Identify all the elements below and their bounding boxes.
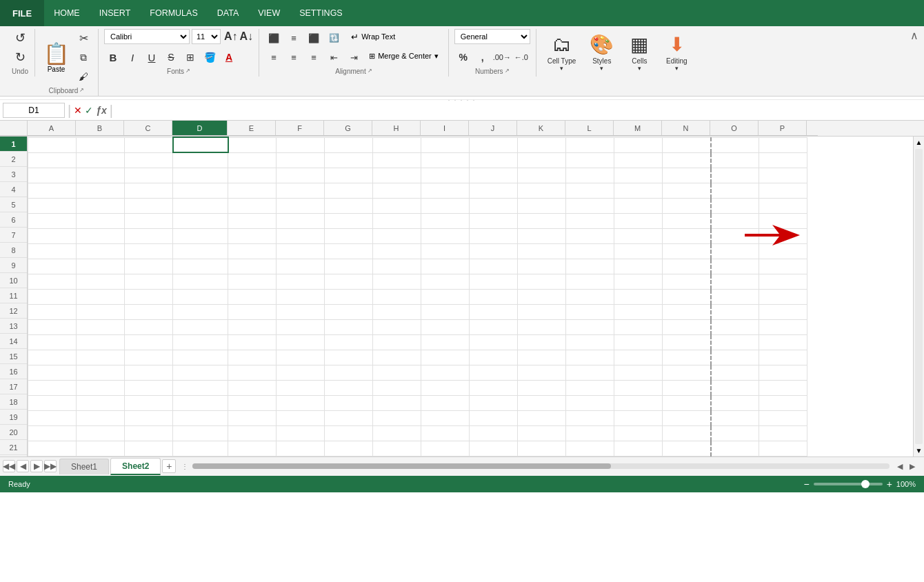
- cell-I18[interactable]: [421, 395, 470, 410]
- sheet-first-button[interactable]: ◀◀: [3, 460, 15, 472]
- cell-H21[interactable]: [373, 441, 421, 456]
- cell-K10[interactable]: [518, 274, 566, 289]
- cell-E13[interactable]: [228, 319, 277, 334]
- cell-O9[interactable]: [711, 259, 759, 274]
- cell-A12[interactable]: [28, 304, 77, 319]
- cell-A20[interactable]: [28, 425, 77, 441]
- sheet-prev-button[interactable]: ◀: [17, 460, 29, 472]
- cell-N16[interactable]: [663, 365, 711, 380]
- cell-D17[interactable]: [173, 380, 228, 395]
- cell-N21[interactable]: [663, 441, 711, 456]
- alignment-expand-icon[interactable]: ↗: [368, 68, 372, 74]
- cell-G1[interactable]: [325, 137, 373, 152]
- cell-D8[interactable]: [173, 243, 228, 259]
- cell-K16[interactable]: [518, 365, 566, 380]
- cell-I15[interactable]: [421, 350, 470, 365]
- cell-M15[interactable]: [614, 350, 663, 365]
- cell-M19[interactable]: [614, 410, 663, 425]
- strikethrough-button[interactable]: S: [162, 48, 180, 66]
- cell-O14[interactable]: [711, 334, 759, 350]
- cell-D2[interactable]: [173, 152, 228, 168]
- cell-N7[interactable]: [663, 228, 711, 243]
- cell-D14[interactable]: [173, 334, 228, 350]
- bold-button[interactable]: B: [104, 48, 122, 66]
- cell-D19[interactable]: [173, 410, 228, 425]
- cell-A2[interactable]: [28, 152, 77, 168]
- cell-J1[interactable]: [470, 137, 518, 152]
- cell-B13[interactable]: [77, 319, 125, 334]
- cell-F15[interactable]: [277, 350, 325, 365]
- cell-D1[interactable]: [173, 137, 228, 152]
- h-scroll-right-button[interactable]: ▶: [906, 460, 918, 472]
- wrap-text-button[interactable]: ↵ Wrap Text: [347, 29, 399, 44]
- cell-L20[interactable]: [566, 425, 614, 441]
- cell-K4[interactable]: [518, 183, 566, 198]
- cell-H5[interactable]: [373, 198, 421, 213]
- cell-K3[interactable]: [518, 168, 566, 183]
- cell-C2[interactable]: [125, 152, 173, 168]
- cell-J8[interactable]: [470, 243, 518, 259]
- cell-E6[interactable]: [228, 213, 277, 228]
- col-header-K[interactable]: K: [517, 121, 565, 136]
- row-num-2[interactable]: 2: [0, 152, 27, 167]
- file-menu-item[interactable]: FILE: [0, 0, 44, 26]
- cell-B1[interactable]: [77, 137, 125, 152]
- col-header-N[interactable]: N: [662, 121, 710, 136]
- scroll-up-button[interactable]: ▲: [914, 137, 924, 148]
- cell-K8[interactable]: [518, 243, 566, 259]
- cell-G8[interactable]: [325, 243, 373, 259]
- cell-K9[interactable]: [518, 259, 566, 274]
- ribbon-collapse-button[interactable]: ∧: [910, 29, 918, 42]
- cell-F9[interactable]: [277, 259, 325, 274]
- row-num-15[interactable]: 15: [0, 349, 27, 364]
- cell-A10[interactable]: [28, 274, 77, 289]
- cell-M21[interactable]: [614, 441, 663, 456]
- cell-L7[interactable]: [566, 228, 614, 243]
- cell-N18[interactable]: [663, 395, 711, 410]
- cell-B8[interactable]: [77, 243, 125, 259]
- cell-H7[interactable]: [373, 228, 421, 243]
- cell-N5[interactable]: [663, 198, 711, 213]
- cell-P21[interactable]: [759, 441, 807, 456]
- cell-C7[interactable]: [125, 228, 173, 243]
- align-top-right-button[interactable]: ⬛: [305, 29, 323, 47]
- cell-D16[interactable]: [173, 365, 228, 380]
- col-header-O[interactable]: O: [710, 121, 759, 136]
- formula-confirm-icon[interactable]: ✓: [85, 105, 93, 116]
- cell-A16[interactable]: [28, 365, 77, 380]
- cell-B5[interactable]: [77, 198, 125, 213]
- format-painter-button[interactable]: 🖌: [74, 68, 92, 86]
- cell-O4[interactable]: [711, 183, 759, 198]
- cell-I7[interactable]: [421, 228, 470, 243]
- cell-L3[interactable]: [566, 168, 614, 183]
- cell-E11[interactable]: [228, 289, 277, 304]
- menu-data[interactable]: DATA: [208, 0, 248, 26]
- cell-O5[interactable]: [711, 198, 759, 213]
- col-header-M[interactable]: M: [614, 121, 662, 136]
- cell-N12[interactable]: [663, 304, 711, 319]
- cell-I11[interactable]: [421, 289, 470, 304]
- cell-I3[interactable]: [421, 168, 470, 183]
- cell-K21[interactable]: [518, 441, 566, 456]
- cell-L12[interactable]: [566, 304, 614, 319]
- cell-P1[interactable]: [759, 137, 807, 152]
- cell-F12[interactable]: [277, 304, 325, 319]
- cell-B3[interactable]: [77, 168, 125, 183]
- sheet-tab-sheet2[interactable]: Sheet2: [110, 458, 161, 475]
- scroll-down-button[interactable]: ▼: [914, 445, 924, 456]
- cell-O2[interactable]: [711, 152, 759, 168]
- cell-I1[interactable]: [421, 137, 470, 152]
- editing-button[interactable]: ⬇ Editing ▾: [659, 29, 694, 70]
- cell-D21[interactable]: [173, 441, 228, 456]
- cell-G3[interactable]: [325, 168, 373, 183]
- cell-K11[interactable]: [518, 289, 566, 304]
- decrease-decimal-button[interactable]: ←.0: [512, 48, 530, 66]
- cell-G16[interactable]: [325, 365, 373, 380]
- cell-B16[interactable]: [77, 365, 125, 380]
- cell-N15[interactable]: [663, 350, 711, 365]
- cell-N13[interactable]: [663, 319, 711, 334]
- cell-E2[interactable]: [228, 152, 277, 168]
- cell-I21[interactable]: [421, 441, 470, 456]
- cell-B2[interactable]: [77, 152, 125, 168]
- cell-H18[interactable]: [373, 395, 421, 410]
